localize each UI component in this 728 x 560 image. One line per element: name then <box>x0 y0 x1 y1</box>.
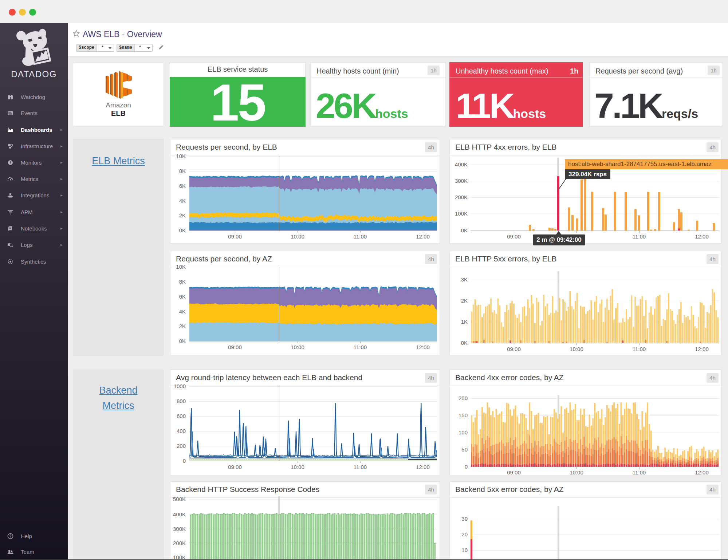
svg-text:?: ? <box>9 534 11 538</box>
